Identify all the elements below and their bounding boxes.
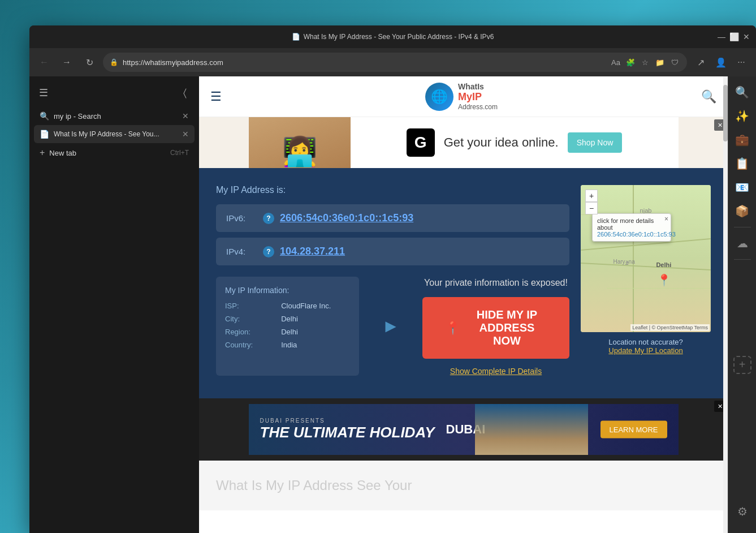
new-tab-row[interactable]: + New tab Ctrl+T	[34, 143, 195, 162]
city-value: Delhi	[281, 315, 350, 323]
map-background: njab Harya̲na Delhi click for more detai…	[581, 185, 711, 332]
bottom-ad-inner: Dubai Presents THE ULTIMATE HOLIDAY DUBA…	[249, 404, 679, 455]
edge-copilot-icon[interactable]: ✨	[732, 106, 753, 126]
hamburger-menu[interactable]: ☰	[210, 89, 222, 104]
minimize-button[interactable]: —	[718, 33, 725, 41]
edge-outlook-icon[interactable]: 📧	[732, 177, 753, 197]
ad-shop-button[interactable]: Shop Now	[568, 132, 623, 153]
show-details-link[interactable]: Show Complete IP Details	[450, 367, 542, 376]
collections-icon[interactable]: 📁	[654, 57, 666, 68]
map-pin: 📍	[657, 273, 671, 287]
browser-body: ☰ 〈 🔍 my ip - Search ✕ 📄 What Is My IP A…	[29, 76, 756, 533]
site-search-icon[interactable]: 🔍	[701, 89, 716, 104]
edge-cloud-icon[interactable]: ☁	[732, 233, 753, 253]
search-tab-close[interactable]: ✕	[182, 111, 189, 121]
maximize-button[interactable]: ⬜	[730, 33, 738, 41]
edge-separator-2	[734, 259, 751, 260]
forward-button[interactable]: →	[58, 53, 76, 71]
sidebar-pin-button[interactable]: 〈	[176, 84, 193, 101]
lock-icon: 🔒	[110, 58, 118, 66]
edge-add-button[interactable]: +	[733, 356, 751, 374]
ip-info-title: My IP Information:	[225, 286, 350, 295]
scrollbar-track[interactable]	[723, 76, 728, 533]
ip-map[interactable]: njab Harya̲na Delhi click for more detai…	[581, 185, 711, 332]
sidebar-tabs: 🔍 my ip - Search ✕ 📄 What Is My IP Addre…	[29, 105, 199, 165]
page-tab[interactable]: 📄 What Is My IP Address - See You... ✕	[34, 125, 195, 143]
address-bar[interactable]: 🔒 https://whatismyipaddress.com Aa 🧩 ☆ 📁…	[103, 53, 687, 72]
extensions-icon[interactable]: 🧩	[625, 57, 636, 68]
ipv4-label: IPv4:	[226, 247, 257, 256]
isp-label: ISP:	[225, 302, 272, 310]
url-text: https://whatismyipaddress.com	[123, 58, 606, 67]
what-section-title: What Is My IP Address See Your	[216, 478, 412, 493]
map-attribution: Leaflet | © OpenStreetMap Terms	[630, 324, 710, 331]
tab-title-text: What Is My IP Address - See Your Public …	[304, 33, 494, 41]
map-controls: + −	[585, 190, 598, 214]
country-label: Country:	[225, 341, 272, 349]
logo-text: WhatIs MyIP Address.com	[458, 82, 498, 111]
bottom-ad-subtitle: Dubai Presents	[260, 418, 435, 424]
what-section: What Is My IP Address See Your	[199, 461, 728, 510]
sidebar-collapse-button[interactable]: ☰	[35, 84, 52, 101]
search-tab-label: my ip - Search	[54, 112, 178, 121]
page-icon: 📄	[292, 33, 300, 41]
logo-address: Address.com	[458, 103, 498, 111]
isp-value: CloudFlare Inc.	[281, 302, 350, 310]
share-button[interactable]: ↗	[692, 53, 710, 71]
search-tab-icon: 🔍	[40, 111, 49, 121]
ipv4-row: IPv4: ? 104.28.37.211	[216, 238, 569, 265]
ad-banner: 👩‍💻 G Get your idea online. Shop Now ✕	[199, 117, 728, 168]
map-popup-address: 2606:54c0:36e0:1c0::1c5:93	[597, 231, 666, 238]
bottom-ad-headline: THE ULTIMATE HOLIDAY	[260, 424, 435, 441]
shield-pin-icon: 📍	[445, 321, 460, 336]
edge-search-icon[interactable]: 🔍	[732, 82, 753, 102]
search-tab[interactable]: 🔍 my ip - Search ✕	[34, 107, 195, 125]
arrow-right-icon: ►	[376, 277, 405, 376]
ip-map-section: njab Harya̲na Delhi click for more detai…	[581, 185, 711, 376]
more-button[interactable]: ···	[732, 53, 750, 71]
page-tab-icon: 📄	[40, 130, 49, 139]
private-warning: Your private information is exposed!	[424, 277, 568, 289]
godaddy-logo: G	[407, 128, 435, 157]
sidebar: ☰ 〈 🔍 my ip - Search ✕ 📄 What Is My IP A…	[29, 76, 199, 533]
map-popup: click for more details about 2606:54c0:3…	[592, 213, 671, 242]
ad-headline: Get your idea online.	[444, 135, 559, 150]
ipv6-help-icon[interactable]: ?	[263, 213, 274, 224]
nav-bar: ← → ↻ 🔒 https://whatismyipaddress.com Aa…	[29, 48, 756, 76]
new-tab-label: New tab	[49, 149, 76, 157]
hide-ip-button[interactable]: 📍 HIDE MY IP ADDRESS NOW	[422, 297, 569, 359]
country-value: India	[281, 341, 350, 349]
region-label: Region:	[225, 328, 272, 336]
ad-person-image: 👩‍💻	[249, 117, 351, 168]
page-tab-close[interactable]: ✕	[182, 130, 189, 139]
ipv4-value[interactable]: 104.28.37.211	[280, 246, 345, 257]
edge-sidebar: 🔍 ✨ 💼 📋 📧 📦 ☁ + ⚙	[728, 76, 756, 533]
tab-title-center: 📄 What Is My IP Address - See Your Publi…	[292, 33, 494, 41]
site-logo: 🌐 WhatIs MyIP Address.com	[425, 82, 498, 111]
main-content: ☰ 🌐 WhatIs MyIP Address.com 🔍	[199, 76, 728, 533]
ipv6-value[interactable]: 2606:54c0:36e0:1c0::1c5:93	[280, 212, 413, 224]
map-zoom-out[interactable]: −	[585, 202, 598, 214]
back-button[interactable]: ←	[35, 53, 53, 71]
reader-mode-icon[interactable]: Aa	[610, 57, 621, 68]
bottom-ad: Dubai Presents THE ULTIMATE HOLIDAY DUBA…	[199, 398, 728, 461]
map-popup-text: click for more details about	[597, 217, 666, 231]
bottom-ad-learn-button[interactable]: LEARN MORE	[601, 421, 667, 439]
edge-settings-icon[interactable]: ⚙	[732, 501, 753, 522]
favorites-icon[interactable]: ☆	[640, 57, 651, 68]
nav-extra-icons: ↗ 👤 ···	[692, 53, 750, 71]
shield-icon[interactable]: 🛡	[669, 57, 680, 68]
profile-button[interactable]: 👤	[712, 53, 730, 71]
refresh-button[interactable]: ↻	[80, 53, 98, 71]
browser-window: 📄 What Is My IP Address - See Your Publi…	[29, 25, 756, 533]
map-zoom-in[interactable]: +	[585, 190, 598, 202]
edge-office-icon[interactable]: 📋	[732, 153, 753, 174]
update-location-link[interactable]: Update My IP Location	[581, 346, 711, 355]
scrollbar-thumb[interactable]	[723, 85, 728, 141]
hide-ip-box: Your private information is exposed! 📍 H…	[422, 277, 569, 376]
edge-extensions-icon[interactable]: 📦	[732, 201, 753, 221]
ipv4-help-icon[interactable]: ?	[263, 246, 274, 257]
close-button[interactable]: ✕	[742, 33, 750, 41]
ip-left: My IP Address is: IPv6: ? 2606:54c0:36e0…	[216, 185, 569, 376]
edge-collections-icon[interactable]: 💼	[732, 130, 753, 150]
